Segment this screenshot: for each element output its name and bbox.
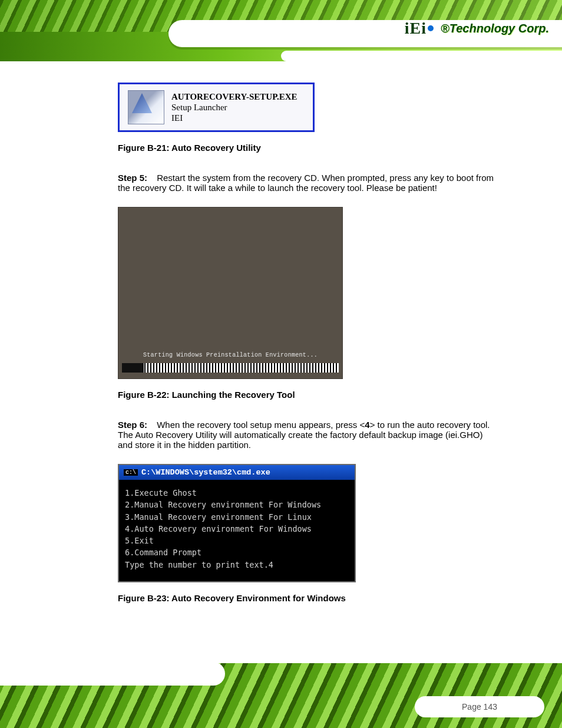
- brand-dot-icon: [428, 25, 434, 31]
- brand-logo-text: iEi: [405, 19, 427, 38]
- cmd-window: c:\ C:\WINDOWS\system32\cmd.exe 1.Execut…: [118, 464, 356, 582]
- brand-block: iEi ®Technology Corp.: [405, 19, 549, 38]
- cmd-line-6: Type the number to print text.4: [125, 560, 273, 569]
- cmd-line-1: 2.Manual Recovery environment For Window…: [125, 500, 321, 509]
- installer-sub1: Setup Launcher: [171, 102, 297, 113]
- main-column: AUTORECOVERY-SETUP.EXE Setup Launcher IE…: [118, 83, 497, 623]
- winpe-caption-text: Starting Windows Preinstallation Environ…: [118, 352, 342, 358]
- cmd-title-text: C:\WINDOWS\system32\cmd.exe: [141, 468, 270, 477]
- step6: Step 6: When the recovery tool setup men…: [118, 420, 497, 450]
- figure3-caption: Figure B-23: Auto Recovery Environment f…: [118, 593, 497, 603]
- autorecovery-file-card: AUTORECOVERY-SETUP.EXE Setup Launcher IE…: [118, 83, 315, 132]
- installer-icon: [128, 90, 164, 124]
- cmd-line-5: 6.Command Prompt: [125, 548, 201, 557]
- step6-pre: When the recovery tool setup menu appear…: [157, 420, 365, 430]
- step5: Step 5: Restart the system from the reco…: [118, 173, 497, 193]
- step5-text: Restart the system from the recovery CD.…: [118, 173, 494, 193]
- cmd-icon: c:\: [124, 469, 138, 476]
- step6-text: When the recovery tool setup menu appear…: [118, 420, 490, 450]
- step6-key: 4: [365, 420, 369, 430]
- winpe-progressbar: [122, 363, 339, 373]
- brand-company: ®Technology Corp.: [441, 22, 549, 35]
- brand-logo: iEi: [405, 19, 435, 38]
- figure2-caption: Figure B-22: Launching the Recovery Tool: [118, 390, 497, 400]
- page-number: Page 143: [415, 696, 544, 717]
- installer-sub2: IEI: [171, 113, 297, 123]
- step6-label: Step 6:: [118, 420, 147, 430]
- header-swoosh-small: [281, 51, 562, 61]
- step5-label: Step 5:: [118, 173, 147, 183]
- cmd-line-2: 3.Manual Recovery environment For Linux: [125, 512, 312, 522]
- cmd-line-0: 1.Execute Ghost: [125, 488, 197, 498]
- installer-text: AUTORECOVERY-SETUP.EXE Setup Launcher IE…: [171, 91, 297, 123]
- cmd-line-3: 4.Auto Recovery environment For Windows: [125, 524, 312, 533]
- page-footer: Page 143: [0, 663, 562, 728]
- cmd-body: 1.Execute Ghost 2.Manual Recovery enviro…: [119, 480, 355, 581]
- cmd-titlebar: c:\ C:\WINDOWS\system32\cmd.exe: [119, 465, 355, 480]
- winpe-screenshot: Starting Windows Preinstallation Environ…: [118, 207, 343, 379]
- installer-filename: AUTORECOVERY-SETUP.EXE: [171, 91, 297, 102]
- figure1-caption: Figure B-21: Auto Recovery Utility: [118, 143, 497, 153]
- page-header: iEi ®Technology Corp.: [0, 0, 562, 61]
- cmd-line-4: 5.Exit: [125, 536, 154, 545]
